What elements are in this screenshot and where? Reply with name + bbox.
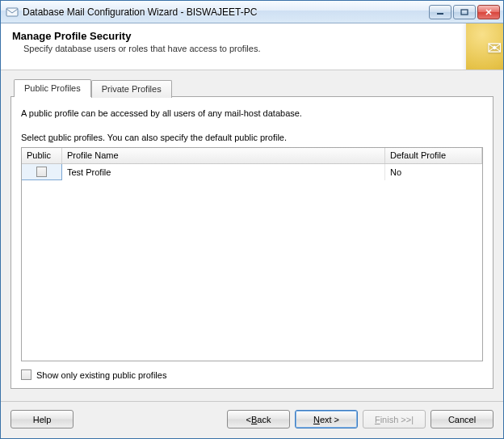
- page-subtitle: Specify database users or roles that hav…: [23, 44, 492, 53]
- wizard-body: Public Profiles Private Profiles A publi…: [1, 70, 503, 401]
- select-public-profiles-label: Select public profiles. You can also spe…: [21, 133, 483, 142]
- mail-art-icon: [447, 23, 503, 70]
- window-title: Database Mail Configuration Wizard - BIS…: [23, 6, 429, 18]
- help-button[interactable]: Help: [10, 410, 74, 428]
- tab-public-profiles[interactable]: Public Profiles: [14, 79, 91, 97]
- tab-label: Private Profiles: [102, 84, 162, 94]
- cancel-button[interactable]: Cancel: [430, 410, 494, 428]
- table-row[interactable]: Test Profile No: [22, 164, 482, 180]
- svg-rect-0: [6, 8, 18, 16]
- checkbox-icon[interactable]: [36, 167, 47, 177]
- grid-body: Test Profile No: [22, 164, 482, 361]
- maximize-button[interactable]: [453, 5, 476, 19]
- column-public[interactable]: Public: [22, 148, 62, 163]
- window-controls: [429, 5, 500, 19]
- cell-default-profile[interactable]: No: [385, 164, 482, 180]
- wizard-footer: Help < Back Next > Finish >>| Cancel: [1, 401, 503, 438]
- tab-content-public: A public profile can be accessed by all …: [10, 96, 494, 389]
- minimize-button[interactable]: [429, 5, 452, 19]
- back-button[interactable]: < Back: [227, 410, 290, 428]
- app-icon: [6, 6, 19, 19]
- close-button[interactable]: [477, 5, 500, 19]
- tab-private-profiles[interactable]: Private Profiles: [91, 80, 172, 98]
- column-default-profile[interactable]: Default Profile: [385, 148, 482, 163]
- grid-header: Public Profile Name Default Profile: [22, 148, 482, 164]
- wizard-header: Manage Profile Security Specify database…: [1, 23, 503, 70]
- show-only-existing-row: Show only existing public profiles: [21, 369, 483, 380]
- profiles-grid[interactable]: Public Profile Name Default Profile Test…: [21, 147, 483, 361]
- svg-rect-1: [437, 13, 443, 15]
- cell-profile-name[interactable]: Test Profile: [62, 164, 385, 180]
- cell-public-checkbox[interactable]: [22, 164, 62, 180]
- next-button[interactable]: Next >: [295, 410, 358, 428]
- tab-label: Public Profiles: [24, 83, 81, 93]
- tab-strip: Public Profiles Private Profiles: [14, 78, 494, 96]
- svg-rect-2: [461, 10, 468, 15]
- column-profile-name[interactable]: Profile Name: [62, 148, 385, 163]
- show-only-existing-label: Show only existing public profiles: [36, 370, 166, 380]
- titlebar[interactable]: Database Mail Configuration Wizard - BIS…: [1, 1, 503, 23]
- show-only-existing-checkbox[interactable]: [21, 369, 32, 380]
- page-title: Manage Profile Security: [12, 30, 492, 42]
- finish-button: Finish >>|: [363, 410, 426, 428]
- public-profile-description: A public profile can be accessed by all …: [21, 108, 483, 118]
- wizard-window: Database Mail Configuration Wizard - BIS…: [0, 0, 504, 439]
